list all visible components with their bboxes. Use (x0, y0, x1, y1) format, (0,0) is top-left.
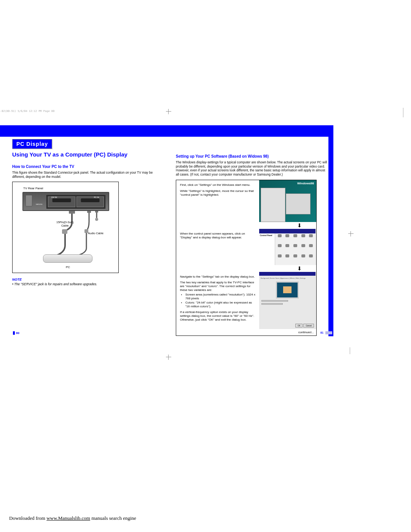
cp-icon (292, 234, 299, 240)
manualslib-link[interactable]: www.Manualslib.com (46, 515, 90, 521)
dvi-label: DVI IN (51, 196, 57, 198)
svg-rect-6 (95, 211, 98, 212)
connection-diagram: TV Rear Panel SERVICE DVI IN PC IN (12, 182, 119, 273)
cp-icon (276, 254, 284, 260)
arrow-down-icon: ⬇ (283, 223, 316, 228)
cp-icon (292, 244, 299, 250)
cp-icon (292, 254, 299, 260)
dsub-cable-label: 15Pin(D-Sub) Cable (56, 221, 73, 227)
cp-icon (307, 244, 315, 250)
crop-line-icon (350, 347, 350, 354)
cp-icon (284, 234, 292, 240)
svg-point-7 (95, 218, 98, 221)
tv-panel-graphic: SERVICE DVI IN PC IN (22, 192, 109, 211)
svg-rect-1 (62, 229, 67, 234)
dp-tabs: Background | Screen Saver | Appearance |… (261, 277, 314, 279)
continued-label: continued... (176, 329, 316, 335)
cancel-button: Cancel (303, 324, 314, 328)
colors-bullet: Colors: "24-bit" color (might also be ex… (185, 301, 255, 308)
svg-rect-3 (87, 211, 91, 213)
cp-icon (307, 254, 315, 260)
display-properties-window: Background | Screen Saver | Appearance |… (259, 272, 315, 329)
monitor-preview-icon (276, 281, 299, 299)
setup-intro: The Windows display-settings for a typic… (176, 160, 328, 177)
ok-button: OK (295, 324, 303, 328)
footer-attribution: Downloaded from www.Manualslib.com manua… (9, 515, 136, 521)
dvi-port-icon: DVI IN (48, 197, 75, 207)
crop-mark-icon (166, 109, 172, 115)
start-menu-screenshot: Windows98 (259, 180, 316, 222)
crop-line-icon (403, 108, 403, 117)
setup-heading: Setting up Your PC Software (Based on Wi… (176, 154, 328, 158)
start-submenu-graphic (286, 193, 311, 214)
cp-icons-grid (275, 233, 315, 265)
cp-sidebar-label: Control Panel (259, 233, 275, 265)
left-column: PC Display Using Your TV as a Computer (… (12, 139, 164, 336)
crop-mark-icon (166, 354, 172, 360)
pc-graphic (43, 254, 92, 263)
step-1-text: First, click on "Settings" on the Window… (176, 180, 259, 222)
page-title: Using Your TV as a Computer (PC) Display (12, 151, 164, 158)
cp-icon (284, 254, 292, 260)
color-slider (261, 303, 283, 305)
step-2-text: When the control panel screen appears, c… (176, 229, 259, 265)
tv-rear-panel-label: TV Rear Panel (23, 187, 43, 190)
cp-icon (284, 244, 292, 250)
step-3-text: Navigate to the "Settings" tab on the di… (176, 272, 259, 329)
tv-ports: DVI IN PC IN (46, 195, 105, 209)
step-2-row: When the control panel screen appears, c… (176, 229, 316, 265)
step-1-row: First, click on "Settings" on the Window… (176, 180, 316, 222)
page-content: PC Display Using Your TV as a Computer (… (12, 139, 328, 336)
cp-icon (299, 254, 307, 260)
pc-label: PC IN (94, 196, 99, 198)
cp-icon (276, 234, 284, 240)
resolution-slider (261, 300, 288, 302)
control-panel-screenshot: Control Panel (259, 229, 316, 265)
audio-cable-label: Audio Cable (88, 232, 104, 235)
service-jack-icon (25, 195, 32, 206)
note-text: • The "SERVICE" jack is for repairs and … (12, 282, 164, 286)
section-badge: PC Display (12, 139, 52, 149)
crop-mark-icon (348, 231, 354, 237)
print-header: -02(80-91) 5/6/04 12:12 PM Page 80 (0, 110, 54, 113)
note-heading: NOTE (12, 278, 164, 281)
svg-rect-0 (69, 211, 75, 214)
connect-body: This figure shows the Standard Connector… (12, 171, 164, 179)
arrow-down-icon: ⬇ (283, 266, 316, 271)
control-panel-window: Control Panel (259, 229, 315, 265)
cp-icon (276, 244, 284, 250)
display-properties-screenshot: Background | Screen Saver | Appearance |… (259, 272, 316, 329)
service-jack-label: SERVICE (36, 203, 43, 205)
step-3-row: Navigate to the "Settings" tab on the di… (176, 272, 316, 329)
cp-icon (307, 234, 315, 240)
cp-icon (299, 234, 307, 240)
connect-heading: How to Connect Your PC to the TV (12, 165, 164, 169)
right-column: Setting up Your PC Software (Based on Wi… (176, 139, 328, 336)
cp-icon (299, 244, 307, 250)
windows-logo: Windows98 (297, 182, 314, 185)
page-number-right: 81 (320, 331, 323, 334)
resolution-bullet: Screen area (sometimes called "resolutio… (185, 293, 255, 300)
pc-label: PC (66, 265, 70, 269)
pc-port-icon: PC IN (76, 197, 104, 207)
page-number-left: 80 (13, 331, 19, 335)
steps-box: First, click on "Settings" on the Window… (176, 180, 317, 336)
page-number-bar (325, 331, 332, 334)
start-menu-graphic (261, 188, 285, 222)
